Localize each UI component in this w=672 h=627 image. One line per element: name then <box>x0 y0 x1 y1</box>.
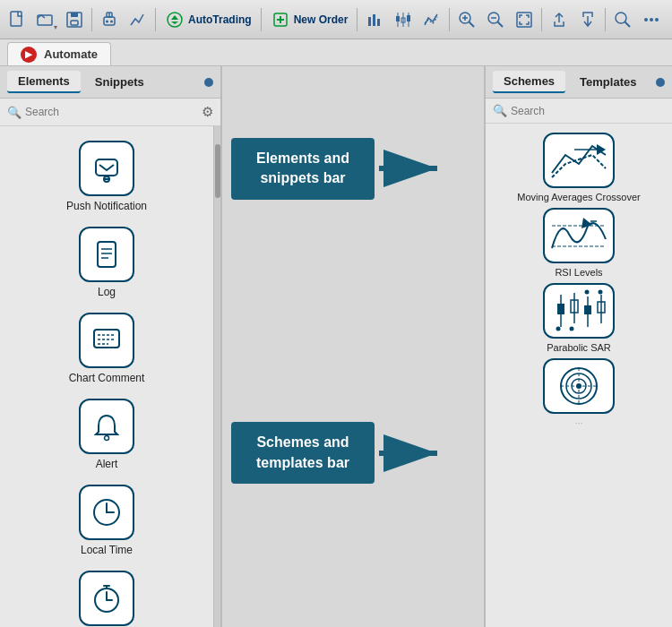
svg-rect-73 <box>584 305 591 314</box>
right-search-input[interactable] <box>511 105 665 117</box>
tab-schemes[interactable]: Schemes <box>493 71 565 93</box>
toolbar-chart-icon[interactable] <box>125 6 151 33</box>
svg-point-37 <box>655 18 659 21</box>
list-item[interactable]: ··· <box>498 358 659 428</box>
automate-tab[interactable]: ▶ Automate <box>7 42 111 65</box>
left-scrollbar[interactable] <box>213 126 220 627</box>
left-search-input[interactable] <box>25 106 198 118</box>
svg-rect-41 <box>98 242 116 267</box>
svg-rect-14 <box>368 17 371 26</box>
elements-callout: Elements and snippets bar <box>231 138 375 200</box>
target-label: ··· <box>574 417 582 428</box>
svg-line-24 <box>470 21 475 27</box>
toolbar-fit-icon[interactable] <box>511 6 538 33</box>
push-notification-label: Push Notification <box>66 200 147 212</box>
rsi-icon-box <box>543 208 615 263</box>
svg-point-7 <box>106 20 108 22</box>
toolbar-zoom-in-icon[interactable] <box>453 6 480 33</box>
new-order-button[interactable]: New Order <box>265 6 354 33</box>
schemes-arrow <box>375 431 446 476</box>
toolbar-bar-chart-icon[interactable] <box>361 6 388 33</box>
svg-point-78 <box>585 290 590 295</box>
left-panel-tabs: Elements Snippets <box>0 66 220 99</box>
svg-rect-18 <box>396 16 400 21</box>
elements-list: Push Notification Log <box>0 126 213 627</box>
toolbar-sep-4 <box>357 8 358 31</box>
tab-elements[interactable]: Elements <box>7 71 81 93</box>
toolbar-line-chart-icon[interactable] <box>418 6 445 33</box>
tab-label: Automate <box>44 47 98 61</box>
list-item[interactable]: Log <box>17 221 196 304</box>
toolbar-open-icon[interactable]: ▾ <box>32 6 59 33</box>
left-search-icon: 🔍 <box>7 106 22 119</box>
local-time-icon-box <box>79 485 134 540</box>
svg-point-33 <box>616 13 626 23</box>
list-item[interactable]: Push Notification <box>17 135 196 218</box>
toolbar-more-icon[interactable] <box>638 6 665 33</box>
log-icon-box <box>79 227 134 282</box>
toolbar-new-icon[interactable] <box>4 6 30 33</box>
left-panel: Elements Snippets 🔍 ⚙ <box>0 66 222 627</box>
svg-rect-69 <box>557 304 564 314</box>
tab-logo: ▶ <box>21 47 37 63</box>
rsi-label: RSI Levels <box>555 267 602 278</box>
tabbar: ▶ Automate <box>0 39 672 66</box>
toolbar-save-icon[interactable] <box>61 6 88 33</box>
toolbar-sep-3 <box>261 8 262 31</box>
svg-rect-4 <box>71 21 78 25</box>
left-gear-icon[interactable]: ⚙ <box>202 104 213 120</box>
left-scrollbar-thumb[interactable] <box>215 144 220 198</box>
toolbar-robot-icon[interactable] <box>96 6 123 33</box>
toolbar-sep-7 <box>605 8 606 31</box>
svg-rect-5 <box>104 17 115 25</box>
left-panel-dot <box>204 78 213 87</box>
svg-rect-0 <box>11 12 22 26</box>
toolbar-export-icon[interactable] <box>546 6 573 33</box>
toolbar-search-icon[interactable] <box>609 6 636 33</box>
svg-rect-15 <box>373 14 375 26</box>
alert-icon-box <box>79 399 134 454</box>
svg-rect-45 <box>94 330 119 348</box>
right-panel-tabs: Schemes Templates <box>486 66 672 99</box>
svg-rect-38 <box>96 159 117 176</box>
moving-avg-icon-box <box>543 133 615 188</box>
target-icon-box <box>543 358 615 414</box>
toolbar-sep-1 <box>91 8 92 31</box>
list-item[interactable]: Timer <box>17 565 196 627</box>
list-item[interactable]: Alert <box>17 393 196 476</box>
right-search-icon: 🔍 <box>493 104 507 117</box>
list-item[interactable]: RSI Levels <box>498 208 659 278</box>
main-content: Elements Snippets 🔍 ⚙ <box>0 66 672 627</box>
scheme-items-list: Moving Averages Crossover RSI Levels <box>486 124 672 627</box>
local-time-label: Local Time <box>81 544 133 556</box>
svg-point-76 <box>556 327 561 331</box>
toolbar: ▾ AutoTrading New Order <box>0 0 672 39</box>
list-item[interactable]: Chart Comment <box>17 307 196 390</box>
timer-icon-box <box>79 571 134 626</box>
svg-rect-16 <box>377 19 380 26</box>
auto-trading-button[interactable]: AutoTrading <box>159 6 257 33</box>
parabolic-sar-icon-box <box>543 283 615 339</box>
left-panel-search: 🔍 ⚙ <box>0 99 220 126</box>
right-panel: Schemes Templates 🔍 Moving Averages Cro <box>484 66 672 627</box>
alert-label: Alert <box>96 458 118 470</box>
toolbar-sep-2 <box>155 8 156 31</box>
right-panel-search: 🔍 <box>486 99 672 124</box>
parabolic-sar-label: Parabolic SAR <box>547 342 611 353</box>
chart-comment-icon-box <box>79 313 134 368</box>
moving-avg-label: Moving Averages Crossover <box>517 192 640 202</box>
tab-snippets[interactable]: Snippets <box>84 72 155 92</box>
center-area: Elements and snippets bar Schemes and te… <box>222 66 484 627</box>
toolbar-candlestick-icon[interactable] <box>390 6 417 33</box>
svg-line-34 <box>625 21 631 27</box>
toolbar-zoom-out-icon[interactable] <box>482 6 509 33</box>
svg-point-8 <box>110 20 113 22</box>
svg-point-35 <box>644 18 648 21</box>
toolbar-import-icon[interactable] <box>574 6 601 33</box>
tab-templates[interactable]: Templates <box>569 72 647 92</box>
list-item[interactable]: Local Time <box>17 479 196 562</box>
toolbar-sep-6 <box>541 8 542 31</box>
elements-arrow <box>375 146 446 191</box>
list-item[interactable]: Parabolic SAR <box>498 283 659 353</box>
list-item[interactable]: Moving Averages Crossover <box>498 133 659 202</box>
